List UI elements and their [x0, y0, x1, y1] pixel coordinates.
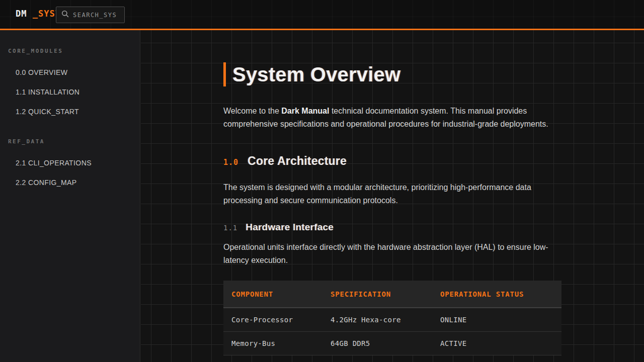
sidebar-item-cli-operations[interactable]: 2.1 CLI_OPERATIONS	[0, 153, 140, 173]
cell-status: ONLINE	[432, 308, 561, 332]
nav-section-label: REF_DATA	[8, 138, 140, 145]
intro-paragraph: Welcome to the Dark Manual technical doc…	[223, 105, 561, 130]
section-paragraph: Operational units interface directly wit…	[223, 241, 561, 266]
search-icon	[61, 10, 69, 20]
app-logo[interactable]: DM _SYST	[16, 9, 61, 19]
section-heading-core-architecture: 1.0 Core Architecture	[223, 154, 561, 168]
intro-text-pre: Welcome to the	[223, 107, 281, 115]
top-header: DM _SYST	[0, 0, 644, 30]
nav-section-label: CORE_MODULES	[8, 48, 140, 54]
column-header-component: COMPONENT	[223, 281, 323, 308]
section-title: Core Architecture	[248, 154, 347, 168]
page-title: System Overview	[223, 62, 561, 86]
table-row: Memory-Bus 64GB DDR5 ACTIVE	[223, 332, 561, 355]
nav-section-ref-data: REF_DATA 2.1 CLI_OPERATIONS 2.2 CONFIG_M…	[0, 138, 140, 193]
cell-component: Memory-Bus	[223, 332, 323, 355]
section-number: 1.0	[223, 158, 238, 167]
cell-status: ACTIVE	[432, 332, 561, 355]
logo-prefix: DM	[16, 9, 27, 19]
nav-section-core-modules: CORE_MODULES 0.0 OVERVIEW 1.1 INSTALLATI…	[0, 48, 140, 122]
cell-specification: 4.2GHz Hexa-core	[323, 308, 432, 332]
sidebar-item-installation[interactable]: 1.1 INSTALLATION	[0, 82, 140, 102]
section-title: Hardware Interface	[246, 222, 334, 233]
sidebar-item-quick-start[interactable]: 1.2 QUICK_START	[0, 102, 140, 122]
cell-specification: 64GB DDR5	[323, 332, 432, 355]
table-row: Core-Processor 4.2GHz Hexa-core ONLINE	[223, 308, 561, 332]
document-content: System Overview Welcome to the Dark Manu…	[223, 62, 561, 355]
component-spec-table: COMPONENT SPECIFICATION OPERATIONAL STAT…	[223, 281, 561, 355]
section-number: 1.1	[223, 224, 237, 232]
section-paragraph: The system is designed with a modular ar…	[223, 181, 561, 207]
search-box[interactable]	[56, 7, 125, 23]
column-header-specification: SPECIFICATION	[323, 281, 432, 308]
column-header-operational-status: OPERATIONAL STATUS	[432, 281, 561, 308]
search-input[interactable]	[73, 12, 119, 19]
main-content-area: System Overview Welcome to the Dark Manu…	[141, 30, 644, 362]
sidebar-item-overview[interactable]: 0.0 OVERVIEW	[0, 63, 140, 82]
sidebar-nav: CORE_MODULES 0.0 OVERVIEW 1.1 INSTALLATI…	[0, 30, 140, 362]
sidebar-item-config-map[interactable]: 2.2 CONFIG_MAP	[0, 173, 140, 193]
section-heading-hardware-interface: 1.1 Hardware Interface	[223, 222, 561, 233]
cell-component: Core-Processor	[223, 308, 323, 332]
table-header-row: COMPONENT SPECIFICATION OPERATIONAL STAT…	[223, 281, 561, 308]
intro-text-bold: Dark Manual	[281, 107, 329, 115]
